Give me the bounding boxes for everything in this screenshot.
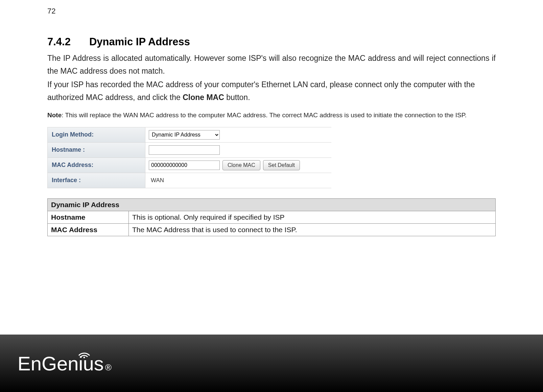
hostname-input[interactable] — [149, 145, 220, 155]
footer: EnGenius ® — [0, 335, 543, 392]
row-login-method: Login Method: Dynamic IP Address — [47, 127, 331, 142]
wifi-icon — [77, 348, 92, 358]
clone-mac-bold: Clone MAC — [183, 93, 224, 102]
section-heading: 7.4.2Dynamic IP Address — [47, 36, 496, 48]
mac-address-input[interactable] — [149, 161, 220, 170]
table-row-desc: The MAC Address that is used to connect … — [129, 223, 496, 236]
row-hostname: Hostname : — [47, 142, 331, 157]
table-row: MAC Address The MAC Address that is used… — [48, 223, 496, 236]
set-default-button[interactable]: Set Default — [263, 160, 300, 170]
clone-mac-button[interactable]: Clone MAC — [222, 160, 260, 170]
table-row-desc: This is optional. Only required if speci… — [129, 211, 496, 223]
login-method-select[interactable]: Dynamic IP Address — [149, 130, 220, 140]
label-login-method: Login Method: — [47, 127, 145, 142]
brand-logo: EnGenius ® — [18, 352, 112, 375]
note-line: Note: This will replace the WAN MAC addr… — [47, 112, 496, 119]
svg-point-0 — [84, 357, 85, 358]
table-header-cell: Dynamic IP Address — [48, 198, 496, 211]
table-row-label: Hostname — [48, 211, 129, 223]
row-mac-address: MAC Address: Clone MAC Set Default — [47, 157, 331, 173]
paragraph-2a: If your ISP has recorded the MAC address… — [47, 80, 475, 102]
table-header-row: Dynamic IP Address — [48, 198, 496, 211]
table-row-label: MAC Address — [48, 223, 129, 236]
paragraph-2b: button. — [224, 93, 250, 102]
interface-value: WAN — [149, 177, 164, 184]
label-mac-address: MAC Address: — [47, 158, 145, 173]
description-table: Dynamic IP Address Hostname This is opti… — [47, 198, 496, 236]
note-text: : This will replace the WAN MAC address … — [62, 112, 467, 119]
registered-icon: ® — [105, 362, 112, 373]
config-form: Login Method: Dynamic IP Address Hostnam… — [47, 127, 331, 188]
paragraph-1: The IP Address is allocated automaticall… — [47, 52, 496, 78]
label-interface: Interface : — [47, 173, 145, 188]
label-hostname: Hostname : — [47, 143, 145, 157]
table-row: Hostname This is optional. Only required… — [48, 211, 496, 223]
note-label: Note — [47, 112, 62, 119]
row-interface: Interface : WAN — [47, 173, 331, 188]
section-number: 7.4.2 — [47, 36, 71, 48]
page-number: 72 — [47, 7, 496, 16]
section-title: Dynamic IP Address — [89, 36, 190, 48]
paragraph-2: If your ISP has recorded the MAC address… — [47, 78, 496, 104]
